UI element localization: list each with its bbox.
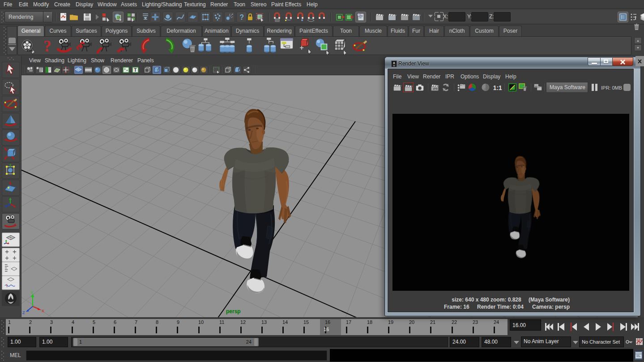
svg-text:persp: persp <box>226 308 241 315</box>
svg-text:Y: Y <box>30 290 33 295</box>
svg-text:?: ? <box>239 13 244 21</box>
svg-text:T: T <box>134 67 137 73</box>
svg-text:«»: «» <box>535 85 537 87</box>
svg-text:X: X <box>42 309 44 313</box>
svg-text:?: ? <box>43 38 51 55</box>
svg-text:Z: Z <box>22 310 25 315</box>
svg-text:1:1: 1:1 <box>493 85 502 91</box>
svg-text:IPR: IPR <box>433 87 438 90</box>
